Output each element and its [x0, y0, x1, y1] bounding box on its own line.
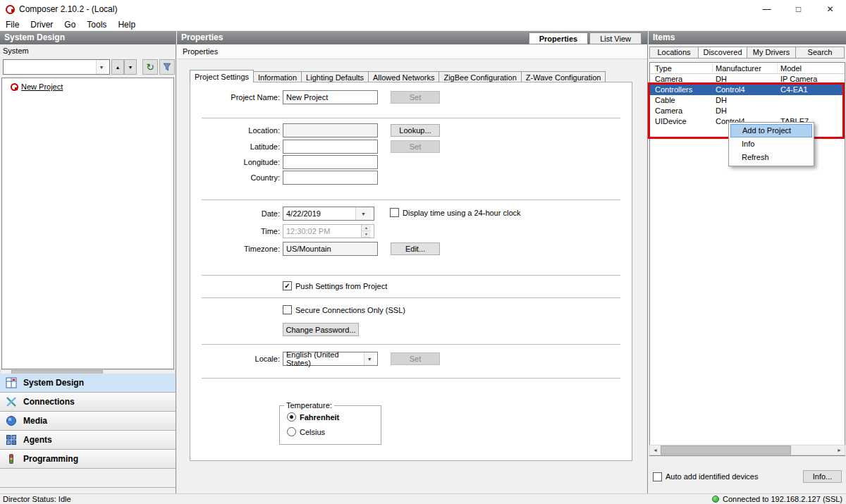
chevron-down-icon[interactable]: ▼ — [96, 60, 106, 74]
locale-label: Locale: — [195, 355, 280, 363]
tab-search[interactable]: Search — [795, 47, 845, 59]
clock24-checkbox[interactable] — [390, 208, 399, 217]
fahrenheit-option[interactable]: Fahrenheit — [287, 412, 381, 422]
nav-media[interactable]: Media — [0, 412, 176, 431]
column-model[interactable]: Model — [780, 63, 802, 74]
nav-connections[interactable]: Connections — [0, 393, 176, 412]
project-settings-page: Project Name: New Project Set Location: … — [190, 82, 632, 461]
menu-file[interactable]: File — [0, 20, 25, 30]
menu-help[interactable]: Help — [112, 20, 141, 30]
table-row-selected[interactable]: Controllers Control4 C4-EA1 — [650, 85, 845, 95]
time-input[interactable]: 12:30:02 PM ▲▼ — [283, 224, 374, 238]
media-icon — [5, 414, 18, 427]
table-row[interactable]: Camera DH — [650, 106, 845, 116]
divider — [202, 344, 620, 345]
connection-status-icon — [712, 496, 719, 503]
menu-bar: File Driver Go Tools Help — [0, 18, 846, 31]
chevron-down-icon[interactable]: ▼ — [364, 352, 374, 365]
filter-button[interactable] — [159, 59, 175, 75]
celsius-radio[interactable] — [287, 427, 296, 436]
tab-lighting-defaults[interactable]: Lighting Defaults — [301, 71, 369, 82]
tree-item-label[interactable]: New Project — [21, 82, 63, 91]
divider — [202, 275, 620, 276]
context-menu-info[interactable]: Info — [730, 137, 812, 151]
timezone-input[interactable]: US/Mountain — [283, 242, 378, 256]
move-up-button[interactable]: ▲ — [111, 59, 124, 75]
close-button[interactable]: ✕ — [814, 0, 846, 18]
nav-system-design[interactable]: System Design — [0, 374, 176, 393]
director-status: Director Status: Idle — [3, 495, 71, 503]
table-row[interactable]: Camera DH IP Camera — [650, 74, 845, 85]
clock24-label: Display time using a 24-hour clock — [403, 209, 521, 217]
tree-item-new-project[interactable]: New Project — [11, 82, 173, 91]
nav-agents[interactable]: Agents — [0, 431, 176, 450]
tab-zigbee-configuration[interactable]: ZigBee Configuration — [439, 71, 521, 82]
locale-set-button[interactable]: Set — [391, 352, 440, 365]
context-menu-refresh[interactable]: Refresh — [730, 151, 812, 164]
project-name-set-button[interactable]: Set — [391, 91, 440, 104]
clock24-checkbox-row[interactable]: Display time using a 24-hour clock — [390, 208, 521, 217]
celsius-option[interactable]: Celsius — [287, 427, 381, 436]
locale-select[interactable]: English (United States) ▼ — [283, 352, 378, 366]
info-button[interactable]: Info... — [803, 470, 842, 483]
view-tab-properties[interactable]: Properties — [529, 32, 588, 44]
tab-project-settings[interactable]: Project Settings — [190, 70, 254, 82]
items-horizontal-scrollbar[interactable]: ◄ ► — [649, 445, 845, 455]
menu-tools[interactable]: Tools — [81, 20, 112, 30]
context-menu-add-to-project[interactable]: Add to Project — [730, 124, 812, 137]
ssl-label: Secure Connections Only (SSL) — [295, 306, 405, 314]
project-tree: New Project — [1, 78, 174, 369]
push-settings-label: Push Settings from Project — [295, 282, 387, 290]
temperature-groupbox: Temperature: Fahrenheit Celsius — [279, 401, 381, 445]
longitude-label: Longitude: — [195, 158, 280, 166]
nav-empty-row — [0, 469, 176, 488]
longitude-input[interactable] — [283, 155, 378, 169]
column-type[interactable]: Type — [655, 63, 672, 74]
project-name-input[interactable]: New Project — [283, 90, 378, 104]
move-down-button[interactable]: ▼ — [124, 59, 137, 75]
push-settings-checkbox[interactable]: ✓ — [283, 281, 292, 290]
location-input[interactable] — [283, 123, 378, 137]
nav-label: Programming — [23, 454, 78, 464]
maximize-button[interactable]: □ — [783, 0, 814, 18]
timezone-edit-button[interactable]: Edit... — [391, 242, 440, 255]
table-row[interactable]: Cable DH — [650, 95, 845, 106]
scrollbar-thumb[interactable] — [661, 445, 791, 455]
column-manufacturer[interactable]: Manufacturer — [716, 63, 761, 74]
status-bar: Director Status: Idle Connected to 192.1… — [0, 493, 846, 504]
tab-information[interactable]: Information — [253, 71, 302, 82]
menu-go[interactable]: Go — [59, 20, 81, 30]
ssl-checkbox[interactable] — [283, 305, 292, 314]
spin-down-icon[interactable]: ▼ — [362, 231, 371, 238]
lookup-button[interactable]: Lookup... — [391, 124, 440, 137]
system-combo[interactable]: ▼ — [3, 59, 110, 75]
tab-my-drivers[interactable]: My Drivers — [747, 47, 796, 59]
nav-programming[interactable]: Programming — [0, 450, 176, 469]
latitude-input[interactable] — [283, 140, 378, 154]
tab-discovered[interactable]: Discovered — [698, 47, 747, 59]
tab-allowed-networks[interactable]: Allowed Networks — [368, 71, 439, 82]
scroll-right-icon[interactable]: ► — [834, 445, 845, 455]
spin-up-icon[interactable]: ▲ — [362, 225, 371, 231]
view-tab-list-view[interactable]: List View — [589, 32, 642, 44]
change-password-button[interactable]: Change Password... — [283, 323, 359, 336]
title-bar: Composer 2.10.2 - (Local) — □ ✕ — [0, 0, 846, 18]
items-tabs: Locations Discovered My Drivers Search — [650, 47, 845, 59]
scroll-left-icon[interactable]: ◄ — [650, 445, 661, 455]
date-picker[interactable]: 4/22/2019 ▼ — [283, 207, 374, 221]
settings-tabstrip: Project Settings Information Lighting De… — [190, 70, 605, 82]
push-settings-row[interactable]: ✓ Push Settings from Project — [283, 281, 387, 290]
refresh-button[interactable]: ↻ — [142, 59, 158, 75]
tab-locations[interactable]: Locations — [649, 47, 699, 59]
ssl-row[interactable]: Secure Connections Only (SSL) — [283, 305, 405, 314]
fahrenheit-radio[interactable] — [287, 412, 296, 422]
tab-zwave-configuration[interactable]: Z-Wave Configuration — [521, 71, 606, 82]
calendar-dropdown-icon[interactable]: ▼ — [355, 207, 371, 220]
time-spinner[interactable]: ▲▼ — [361, 225, 371, 238]
country-input[interactable] — [283, 171, 378, 185]
agents-icon — [5, 434, 18, 446]
menu-driver[interactable]: Driver — [25, 20, 59, 30]
minimize-button[interactable]: — — [751, 0, 783, 18]
latitude-set-button[interactable]: Set — [391, 140, 440, 153]
auto-add-checkbox[interactable] — [653, 472, 662, 481]
